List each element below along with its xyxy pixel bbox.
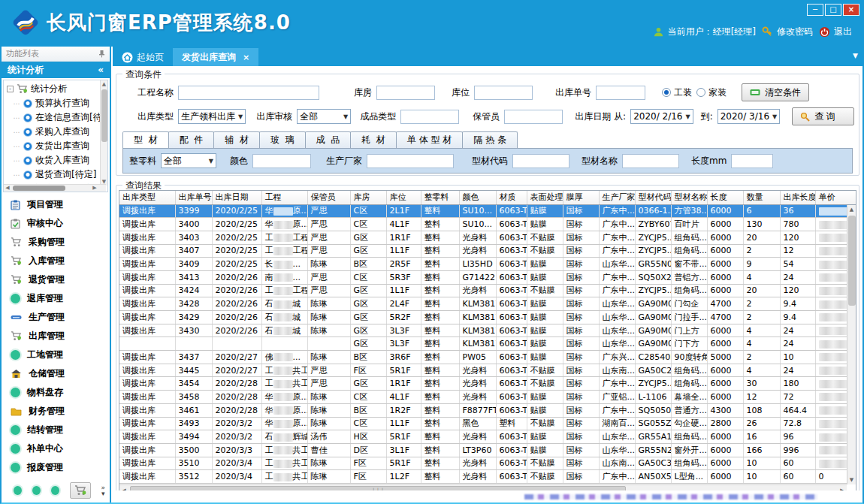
column-header-16[interactable]: 数量 <box>743 191 780 204</box>
tree-item-5[interactable]: ⋯ 退货查询[待定] <box>7 167 107 182</box>
color-input[interactable] <box>252 154 311 168</box>
sidebar-item-7[interactable]: 出库管理 <box>2 327 110 346</box>
sidebar-item-2[interactable]: 采购管理 <box>2 233 110 252</box>
tree-item-3[interactable]: ⋯ 发货出库查询 <box>7 139 107 153</box>
order-no-input[interactable] <box>596 86 645 100</box>
column-header-10[interactable]: 表面处理 <box>527 191 563 204</box>
table-row[interactable]: 调拨出库34932020/3/2华原...陈琳C区1L1F整料黑色塑料不贴膜国标… <box>119 417 856 430</box>
column-header-7[interactable]: 整零料 <box>421 191 459 204</box>
logout-button[interactable]: 退出 <box>819 26 852 38</box>
date-to-picker[interactable]: 2020/ 3/16▼ <box>717 109 781 124</box>
table-row[interactable]: 调拨出库33992020/2/25华原...严思C区2L1F整料SU10...6… <box>119 204 856 218</box>
sidebar-item-9[interactable]: 仓储管理 <box>2 364 110 383</box>
column-header-2[interactable]: 出库日期 <box>212 191 261 204</box>
module-dot-icon[interactable] <box>14 486 22 495</box>
table-row[interactable]: 调拨出库34302020/2/26石城陈琳G区3L3F整料KLM38176063… <box>119 324 856 337</box>
table-row[interactable]: 调拨出库35002020/3/3工共工程曹佳D区3L1F整料LT3P606063… <box>119 443 856 457</box>
change-password-button[interactable]: 修改密码 <box>762 26 813 38</box>
sidebar-item-14[interactable]: 报废管理 <box>2 458 110 477</box>
column-header-8[interactable]: 颜色 <box>459 191 496 204</box>
tree-item-1[interactable]: ⋯ 在途信息查询[待 <box>7 110 107 125</box>
tree-vertical-scrollbar[interactable]: ▲ ▼ <box>100 80 107 186</box>
module-dot-icon[interactable] <box>51 486 59 495</box>
module-dot-icon[interactable] <box>32 486 41 495</box>
table-row[interactable]: 调拨出库34582020/2/28华原...陈琳C区4L1F整料光身料6063-… <box>119 391 856 404</box>
table-row[interactable]: 调拨出库34282020/2/26石城陈琳G区2L4F整料KLM38176063… <box>119 297 856 311</box>
table-row[interactable]: 调拨出库34452020/2/27工共工程严思F区5R1F整料光身料6063-T… <box>119 364 856 377</box>
close-button[interactable]: × <box>843 4 859 16</box>
date-from-picker[interactable]: 2020/ 2/16▼ <box>630 109 693 124</box>
out-type-select[interactable]: 生产领料出库▼ <box>178 109 246 124</box>
sidebar-item-6[interactable]: 生产管理 <box>2 308 110 327</box>
profile-name-input[interactable] <box>622 154 679 168</box>
sidebar-item-13[interactable]: 补单中心 <box>2 439 110 458</box>
column-header-9[interactable]: 材质 <box>496 191 527 204</box>
minimize-button[interactable]: ─ <box>807 4 823 16</box>
tree-root-statistics[interactable]: - 统计分析 <box>7 82 107 96</box>
column-header-0[interactable]: 出库类型 <box>119 191 175 204</box>
scroll-right-icon[interactable]: ▶ <box>91 185 98 192</box>
sidebar-item-3[interactable]: 入库管理 <box>2 252 110 270</box>
material-tab-7[interactable]: 隔 热 条 <box>462 131 518 148</box>
material-tab-6[interactable]: 单 体 型 材 <box>396 131 463 148</box>
sidebar-item-11[interactable]: 财务管理 <box>2 402 110 421</box>
tab-shipment-outbound-query[interactable]: 发货出库查询 × <box>173 48 258 66</box>
table-row[interactable]: 调拨出库34032020/2/25工工程严思G区1R1F整料光身料6063-T5… <box>119 231 856 244</box>
column-header-4[interactable]: 保管员 <box>307 191 350 204</box>
scroll-down-icon[interactable]: ▼ <box>847 475 856 484</box>
radio-jiazhuang[interactable]: 家装 <box>696 86 727 99</box>
tree-item-2[interactable]: ⋯ 采购入库查询 <box>7 125 107 139</box>
sidebar-item-8[interactable]: 工地管理 <box>2 346 110 364</box>
whole-piece-select[interactable]: 全部▼ <box>161 153 216 168</box>
tab-overflow-arrow-icon[interactable]: ▼ <box>853 52 858 59</box>
material-tab-4[interactable]: 成 品 <box>305 131 352 148</box>
material-tab-2[interactable]: 辅 材 <box>213 131 260 148</box>
tree-horizontal-scrollbar[interactable]: ◀ ▶ <box>4 184 106 192</box>
product-type-input[interactable] <box>400 110 459 124</box>
search-button[interactable]: 查 询 <box>792 107 854 125</box>
column-header-18[interactable]: 单价 <box>815 191 856 204</box>
column-header-11[interactable]: 膜厚 <box>563 191 599 204</box>
column-header-15[interactable]: 长度 <box>707 191 743 204</box>
maximize-button[interactable]: □ <box>825 4 841 16</box>
sidebar-item-0[interactable]: 项目管理 <box>2 195 110 214</box>
length-input[interactable] <box>731 154 773 168</box>
tree-item-0[interactable]: ⋯ 预算执行查询 <box>7 96 107 110</box>
audit-select[interactable]: 全部▼ <box>297 109 351 124</box>
sidebar-item-1[interactable]: 审核中心 <box>2 214 110 233</box>
table-row[interactable]: 调拨出库34092020/2/25长...陈琳B区2R5F整料LI35HD606… <box>119 258 856 271</box>
table-row[interactable]: 调拨出库34242020/2/26工工程严思G区1L1F整料光身料6063-T5… <box>119 284 856 297</box>
sidebar-item-5[interactable]: 退库管理 <box>2 289 110 308</box>
tab-close-icon[interactable]: × <box>243 53 249 62</box>
column-header-3[interactable]: 工程 <box>261 191 307 204</box>
tree-item-4[interactable]: ⋯ 收货入库查询 <box>7 153 107 167</box>
column-header-6[interactable]: 库位 <box>386 191 421 204</box>
material-tab-3[interactable]: 玻 璃 <box>259 131 306 148</box>
scroll-up-icon[interactable]: ▲ <box>847 205 856 214</box>
keeper-input[interactable] <box>504 110 563 124</box>
radio-gongzhuang[interactable]: 工装 <box>662 86 692 99</box>
scroll-up-icon[interactable]: ▲ <box>101 80 107 88</box>
profile-code-input[interactable] <box>512 154 569 168</box>
column-header-5[interactable]: 库房 <box>350 191 386 204</box>
column-header-17[interactable]: 出库长度 <box>780 191 815 204</box>
table-row[interactable]: 调拨出库34612020/2/28华原...陈琳B区1R2F整料F8877FT6… <box>119 403 856 417</box>
table-row[interactable]: 调拨出库34292020/2/26石城陈琳G区5R2F整料KLM38176063… <box>119 311 856 324</box>
clear-conditions-button[interactable]: 清空条件 <box>742 83 809 101</box>
table-row[interactable]: 调拨出库34132020/2/26南...严思C区5R3F整料G71422606… <box>119 270 856 284</box>
material-tab-1[interactable]: 配 件 <box>168 131 215 148</box>
column-header-1[interactable]: 出库单号 <box>175 191 212 204</box>
table-row[interactable]: 调拨出库35102020/3/4工共工程陈琳F区5R1F整料光身料6063-T5… <box>119 457 856 470</box>
material-tab-0[interactable]: 型 材 <box>122 131 169 148</box>
table-row[interactable]: 调拨出库34072020/2/25工工程严思G区1L1F整料光身料6063-T5… <box>119 244 856 258</box>
table-row[interactable]: 调拨出库34942020/3/2石辉城汤伟H区5R1F整料光身料6063-T5贴… <box>119 430 856 444</box>
warehouse-input[interactable] <box>376 86 435 100</box>
more-modules-button[interactable]: »▾ <box>101 484 106 496</box>
scroll-left-icon[interactable]: ◀ <box>4 185 11 192</box>
sidebar-item-4[interactable]: 退货管理 <box>2 270 110 289</box>
location-input[interactable] <box>474 86 533 100</box>
material-tab-5[interactable]: 耗 材 <box>350 131 397 148</box>
column-header-12[interactable]: 生产厂家 <box>599 191 635 204</box>
column-header-14[interactable]: 型材名称 <box>671 191 707 204</box>
sidebar-item-10[interactable]: 物料盘存 <box>2 383 110 402</box>
